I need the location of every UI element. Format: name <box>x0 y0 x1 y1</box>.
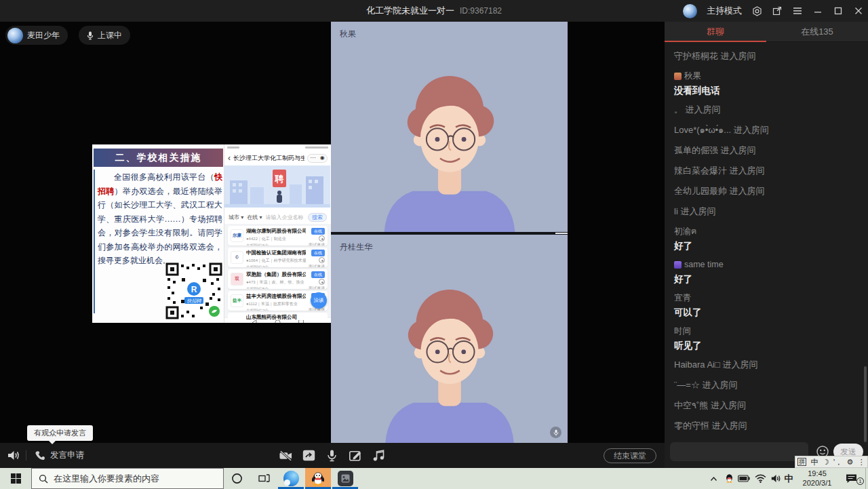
online-badge: 在线 <box>311 250 325 256</box>
call-icon <box>319 279 325 285</box>
member-badge-icon <box>674 73 682 80</box>
minimize-button[interactable] <box>812 5 823 16</box>
end-class-button[interactable]: 结束课堂 <box>604 448 656 463</box>
browser-icon <box>283 471 299 486</box>
join-notice: 。 进入房间 <box>674 104 859 115</box>
maximize-button[interactable] <box>833 5 844 16</box>
speaker-icon[interactable] <box>7 449 20 462</box>
mic-icon[interactable] <box>326 449 338 462</box>
message-text: 好了 <box>674 240 859 252</box>
company-card: 尔康 湖南尔康制药股份有限公司 ●4422｜化工｜制造业 在招职位6个 在线面试… <box>228 226 328 246</box>
ime-punct[interactable]: '， <box>833 457 842 467</box>
join-notice: 中空٩˚熊 进入房间 <box>674 400 859 411</box>
message-text: 好了 <box>674 273 859 285</box>
music-icon[interactable] <box>372 449 384 462</box>
slide-left-rule <box>94 170 95 313</box>
chat-message: 宜青 可以了 <box>674 293 859 318</box>
chat-message-list: 守护梧桐花 进入房间 秋果 没看到电话 。 进入房间 Love*(๑•̀ω•́๑… <box>665 43 868 439</box>
participant-avatar-illustration <box>369 286 530 443</box>
action-center-button[interactable]: 1 <box>841 468 861 489</box>
screen-share-icon[interactable] <box>302 449 315 462</box>
miniprogram-capsule: ⋯◉ <box>307 154 328 163</box>
svg-text:聘: 聘 <box>275 174 284 184</box>
video-tile-danguishenghua[interactable]: 丹桂生华 <box>331 235 568 443</box>
join-notice: Haibara Ai□ 进入房间 <box>674 359 859 370</box>
whiteboard-edit-icon[interactable] <box>349 449 361 462</box>
participant-name: 秋果 <box>340 28 356 40</box>
company-card: © 中国检验认证集团湖南有限... ●1064｜化工｜科学研究和技术服... 在… <box>228 248 328 267</box>
cortana-button[interactable] <box>224 468 250 489</box>
ime-more-icon[interactable]: ⋮ <box>858 458 865 467</box>
tab-group-chat[interactable]: 群聊 <box>665 22 766 41</box>
video-tile-qiuguo[interactable]: 秋果 <box>331 22 568 232</box>
company-card: 双 双胞胎（集团）股份有限公司 ●473｜常温｜农、林、牧、渔业 在招职位5个 … <box>228 269 328 289</box>
participant-name: 丹桂生华 <box>340 241 372 253</box>
ime-lang[interactable]: 中 <box>811 457 818 467</box>
show-desktop-button[interactable] <box>865 468 868 489</box>
ime-gear-icon[interactable]: ⚙ <box>847 458 854 467</box>
tray-qq-icon[interactable] <box>723 468 735 489</box>
sender-name: 时间 <box>674 326 691 336</box>
tile-divider <box>331 232 568 235</box>
taskbar-search[interactable] <box>31 468 224 489</box>
company-logo: 尔康 <box>231 229 243 242</box>
camera-off-icon[interactable] <box>279 449 292 462</box>
company-logo: 益丰 <box>231 294 243 307</box>
call-icon <box>319 257 325 263</box>
company-search-placeholder: 请输入企业名称 <box>266 214 305 221</box>
action-center-icon <box>846 473 857 484</box>
chat-message: same time 好了 <box>674 260 859 285</box>
tray-volume-icon[interactable] <box>769 468 783 489</box>
online-filter: 在线 ▾ <box>247 214 262 221</box>
phone-status-bar <box>224 144 331 151</box>
call-icon <box>319 235 325 241</box>
tray-clock[interactable]: 19:452020/3/1 <box>796 468 838 489</box>
host-avatar <box>683 4 697 18</box>
recruitment-banner: 聘 <box>224 165 330 208</box>
chat-message: 初渝ฅ 好了 <box>674 227 859 252</box>
miniprogram-title: 长沙理工大学化工制药与生... <box>233 154 304 163</box>
tray-wifi-icon[interactable] <box>753 468 768 489</box>
tab-online-members[interactable]: 在线135 <box>766 22 868 41</box>
tray-expand-chevron[interactable] <box>707 468 720 489</box>
search-input[interactable] <box>54 473 210 484</box>
settings-icon[interactable] <box>751 5 762 16</box>
taskbar-app-classroom[interactable] <box>332 468 358 489</box>
windows-logo-icon <box>11 473 21 484</box>
taskbar-app-browser[interactable] <box>278 468 304 489</box>
join-notice: 全幼儿园最帅 进入房间 <box>674 186 859 197</box>
online-badge: 在线 <box>311 228 325 235</box>
ime-toolbar[interactable]: 拼 中 ☽ '， ⚙ ⋮ <box>795 456 868 468</box>
ime-pinyin[interactable]: 拼 <box>797 458 806 466</box>
title-bar: 化工学院未就业一对一 ID:9367182 主持模式 <box>0 0 868 22</box>
start-button[interactable] <box>0 468 31 489</box>
class-status-pill: 上课中 <box>79 26 130 45</box>
close-button[interactable] <box>853 5 864 16</box>
sidebar-tabs: 群聊 在线135 <box>665 22 868 42</box>
taskbar-app-qq[interactable] <box>305 468 331 489</box>
search-icon <box>39 474 48 484</box>
phone-screenshot: ‹ 长沙理工大学化工制药与生... ⋯◉ 聘 城市 ▾ <box>224 144 331 323</box>
task-view-button[interactable] <box>251 468 277 489</box>
speech-request-label: 发言申请 <box>50 450 84 461</box>
company-logo: 双 <box>231 273 243 286</box>
popout-icon[interactable] <box>772 5 783 16</box>
phone-icon <box>35 450 45 461</box>
message-text: 可以了 <box>674 307 859 318</box>
company-card-partial: 山东黑熊药份有限公司 <box>228 313 328 320</box>
host-mode-label: 主持模式 <box>707 5 742 17</box>
menu-icon[interactable] <box>792 5 803 16</box>
tray-ime-indicator[interactable]: 中 <box>783 468 795 489</box>
ime-moon-icon[interactable]: ☽ <box>823 458 829 467</box>
tray-battery-icon[interactable] <box>736 468 751 489</box>
speech-request-button[interactable]: 发言申请 <box>35 443 84 468</box>
message-text: 没看到电话 <box>674 85 859 96</box>
message-text: 听见了 <box>674 340 859 351</box>
join-notice: ¨—=☆ 进入房间 <box>674 380 859 391</box>
negotiate-button: 洽谈 <box>311 292 327 309</box>
chat-scrollbar[interactable] <box>864 366 867 442</box>
shared-slide: 二、学校相关措施 全国很多高校利用该平台（快招聘）举办双选会，最近将陆续举行（如… <box>92 144 331 323</box>
chat-input[interactable] <box>670 442 808 461</box>
windows-taskbar: 中 19:452020/3/1 1 <box>0 468 868 489</box>
sender-name: 秋果 <box>684 71 701 81</box>
